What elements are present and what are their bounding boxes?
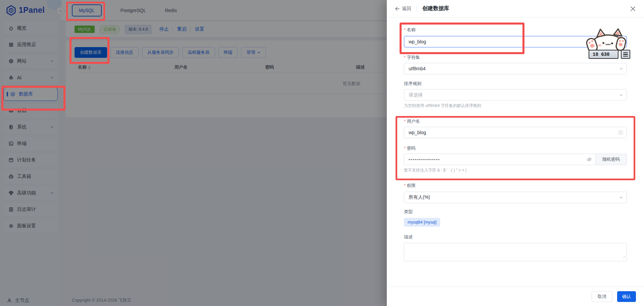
- eye-off-icon[interactable]: [587, 157, 592, 162]
- collation-hint: 为空则使用 utf8mb4 字符集的默认排序规则: [404, 103, 481, 109]
- back-button[interactable]: 返回: [395, 6, 411, 12]
- random-password-button[interactable]: 随机密码: [595, 154, 627, 165]
- username-input-wrap: [404, 127, 627, 138]
- chevron-down-icon: [619, 93, 623, 97]
- close-icon[interactable]: [630, 6, 636, 12]
- cancel-button[interactable]: 取消: [592, 291, 612, 302]
- back-label: 返回: [402, 6, 411, 12]
- chevron-down-icon: [619, 195, 623, 199]
- arrow-left-icon: [395, 7, 400, 11]
- permission-select-value[interactable]: [404, 192, 627, 203]
- name-field-label: 名称: [404, 27, 416, 33]
- resize-handle-icon[interactable]: [623, 254, 626, 260]
- collation-select-value[interactable]: [404, 89, 627, 100]
- username-field-label: 用户名: [404, 118, 420, 124]
- description-field-label: 描述: [404, 234, 413, 240]
- type-field-label: 类型: [404, 209, 413, 215]
- charset-select-value[interactable]: [404, 63, 627, 74]
- clear-icon[interactable]: [618, 130, 623, 135]
- permission-field-label: 权限: [404, 183, 416, 189]
- screen: 1Panel ‹ MySQL PostgreSQL Redis 概览 应用商店 …: [0, 0, 644, 306]
- password-hint: 暂不支持注入字符 & ; $ ' ` ( ) " > < |: [404, 167, 466, 173]
- divider: [417, 6, 417, 11]
- confirm-button[interactable]: 确认: [617, 291, 636, 302]
- collation-select[interactable]: [404, 89, 627, 101]
- password-field-label: 密码: [404, 145, 416, 151]
- drawer-title: 创建数据库: [422, 5, 449, 12]
- keystroke-counter: 18 630: [589, 50, 618, 59]
- collation-field-label: 排序规则: [404, 81, 421, 87]
- modal-backdrop[interactable]: [0, 0, 387, 306]
- hamburger-menu-icon[interactable]: [621, 50, 630, 59]
- drawer-footer: 取消 确认: [387, 286, 644, 306]
- type-tag: mysql84 [mysql]: [404, 218, 440, 227]
- bongo-cat-icon: [584, 28, 631, 52]
- charset-select[interactable]: [404, 63, 627, 74]
- chevron-down-icon: [619, 67, 623, 71]
- charset-field-label: 字符集: [404, 54, 420, 61]
- description-textarea[interactable]: [404, 243, 627, 261]
- drawer-header: 返回 创建数据库: [387, 0, 644, 17]
- password-field: 随机密码: [404, 154, 627, 165]
- bongo-cat-overlay: 18 630: [584, 28, 631, 53]
- permission-select[interactable]: [404, 192, 627, 203]
- password-input-wrap: [404, 154, 595, 165]
- password-input[interactable]: [404, 154, 595, 165]
- username-input[interactable]: [404, 127, 627, 138]
